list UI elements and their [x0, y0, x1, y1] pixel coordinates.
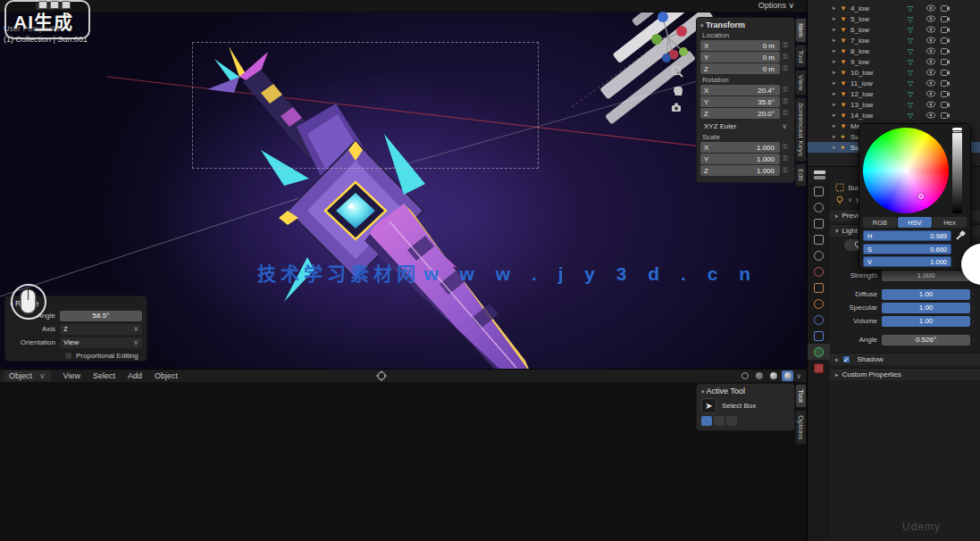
expand-arrow-icon[interactable]: ▸	[833, 122, 840, 129]
lock-icon[interactable]: ⚿	[780, 143, 791, 152]
object-name[interactable]: 4_low	[850, 4, 897, 12]
render-camera-icon[interactable]	[938, 47, 952, 54]
expand-arrow-icon[interactable]: ▸	[833, 69, 840, 76]
object-name[interactable]: 13_low	[850, 101, 897, 109]
expand-arrow-icon[interactable]: ▸	[833, 58, 840, 65]
menu-object[interactable]: Object	[155, 371, 178, 380]
tab-data-props[interactable]	[808, 344, 830, 360]
tab-physics-props[interactable]	[808, 312, 830, 328]
tab-modifier-props[interactable]	[808, 328, 830, 344]
custom-properties-header[interactable]: ▸ Custom Properties	[830, 368, 980, 380]
lock-icon[interactable]: ⚿	[780, 64, 791, 73]
collapse-arrow-icon[interactable]: ▾	[700, 22, 704, 29]
shading-solid-icon[interactable]	[767, 370, 779, 381]
expand-arrow-icon[interactable]: ▸	[833, 133, 840, 140]
viewport-3d[interactable]: Options ∨ User Perspective (1) Collectio…	[0, 0, 807, 369]
shadow-checkbox[interactable]: ✓	[842, 355, 850, 363]
object-name[interactable]: 14_low	[850, 112, 897, 120]
expand-arrow-icon[interactable]: ▸	[833, 4, 840, 12]
specular-slider[interactable]: 1.00	[882, 303, 970, 313]
visibility-eye-icon[interactable]	[924, 79, 938, 87]
tab-hex[interactable]: Hex	[933, 217, 967, 228]
visibility-eye-icon[interactable]	[924, 58, 938, 65]
tab-object-props[interactable]	[808, 279, 830, 295]
location-field[interactable]: Z0 m	[700, 63, 780, 74]
animate-dot[interactable]: ·	[970, 291, 977, 297]
object-name[interactable]: 8_low	[850, 47, 897, 55]
expand-arrow-icon[interactable]: ▸	[833, 101, 840, 108]
tab-edit[interactable]: Edit	[795, 163, 806, 187]
outliner-row[interactable]: ▸ ▼ 10_low ▽	[808, 67, 980, 78]
rotation-mode-dropdown[interactable]: XYZ Euler ∨	[700, 121, 791, 131]
location-field[interactable]: Y0 m	[700, 52, 780, 62]
render-camera-icon[interactable]	[938, 69, 952, 76]
hue-slider[interactable]: H0.989	[863, 230, 951, 241]
rotation-field[interactable]: Y35.6°	[700, 96, 780, 107]
tab-hsv[interactable]: HSV	[898, 217, 932, 228]
angle-field[interactable]: 0.526°	[882, 335, 970, 345]
visibility-eye-icon[interactable]	[924, 15, 938, 22]
render-camera-icon[interactable]	[938, 112, 952, 119]
object-name[interactable]: 5_low	[850, 15, 897, 23]
tab-view[interactable]: View	[795, 70, 806, 96]
lock-icon[interactable]: ⚿	[780, 41, 791, 50]
lock-icon[interactable]: ⚿	[780, 86, 791, 95]
visibility-eye-icon[interactable]	[924, 101, 938, 108]
outliner-row[interactable]: ▸ ▼ 11_low ▽	[808, 78, 980, 88]
tab-viewlayer-props[interactable]	[808, 231, 830, 247]
tab-rgb[interactable]: RGB	[863, 217, 897, 228]
render-camera-icon[interactable]	[938, 4, 952, 12]
shading-dropdown-icon[interactable]: ∨	[796, 372, 801, 380]
lock-icon[interactable]: ⚿	[780, 166, 791, 175]
lock-icon[interactable]: ⚿	[780, 97, 791, 106]
shading-wireframe-icon[interactable]	[753, 370, 765, 381]
visibility-eye-icon[interactable]	[924, 112, 938, 119]
animate-dot[interactable]: ·	[970, 337, 977, 343]
angle-field[interactable]: 58.5°	[60, 311, 142, 321]
eyedropper-icon[interactable]	[954, 229, 967, 242]
tab-item[interactable]: Item	[795, 18, 806, 43]
outliner-row[interactable]: ▸ ▼ 4_low ▽	[808, 3, 980, 13]
outliner-row[interactable]: ▸ ▼ 9_low ▽	[808, 56, 980, 67]
render-camera-icon[interactable]	[938, 58, 952, 65]
expand-arrow-icon[interactable]: ▸	[833, 79, 840, 87]
object-name[interactable]: 6_low	[850, 26, 897, 34]
tab-output-props[interactable]	[808, 215, 830, 231]
outliner-row[interactable]: ▸ ▼ 14_low ▽	[808, 110, 980, 121]
object-name[interactable]: 9_low	[850, 58, 897, 66]
expand-arrow-icon[interactable]: ▸	[833, 47, 840, 54]
select-mode-extend[interactable]	[714, 416, 725, 426]
lock-icon[interactable]: ⚿	[780, 53, 791, 62]
tab-texture-props[interactable]	[808, 360, 830, 376]
render-camera-icon[interactable]	[938, 26, 952, 33]
proportional-editing-checkbox[interactable]	[64, 352, 72, 360]
render-camera-icon[interactable]	[938, 79, 952, 87]
scale-field[interactable]: X1.000	[700, 142, 780, 153]
visibility-eye-icon[interactable]	[924, 4, 938, 12]
select-box-tool-icon[interactable]: ➤	[701, 398, 716, 413]
scale-field[interactable]: Z1.000	[700, 165, 780, 176]
value-slider-handle[interactable]	[952, 130, 962, 133]
rotation-field[interactable]: Z20.0°	[700, 108, 780, 119]
tab-tool[interactable]: Tool	[795, 45, 806, 69]
lock-icon[interactable]: ⚿	[780, 109, 791, 118]
strength-field[interactable]: 1.000	[882, 270, 970, 281]
properties-editor-icon[interactable]	[813, 170, 827, 180]
value-slider[interactable]	[952, 128, 962, 213]
outliner-row[interactable]: ▸ ▼ 6_low ▽	[808, 24, 980, 35]
visibility-eye-icon[interactable]	[924, 26, 938, 33]
tab-screencast-keys[interactable]: Screencast Keys	[795, 97, 806, 162]
color-wheel[interactable]	[863, 128, 949, 213]
tab-world-props[interactable]	[808, 263, 830, 279]
scale-field[interactable]: Y1.000	[700, 154, 780, 164]
lock-icon[interactable]: ⚿	[780, 154, 791, 163]
shading-rendered-icon[interactable]	[782, 370, 793, 381]
location-field[interactable]: X0 m	[700, 40, 780, 51]
animate-dot[interactable]: ·	[970, 304, 977, 311]
animate-dot[interactable]: ·	[970, 318, 977, 324]
render-camera-icon[interactable]	[938, 37, 952, 44]
expand-arrow-icon[interactable]: ▸	[833, 26, 840, 33]
volume-slider[interactable]: 1.00	[882, 316, 970, 327]
object-name[interactable]: 7_low	[850, 37, 897, 45]
tab-tool-bottom[interactable]: Tool	[795, 384, 806, 408]
